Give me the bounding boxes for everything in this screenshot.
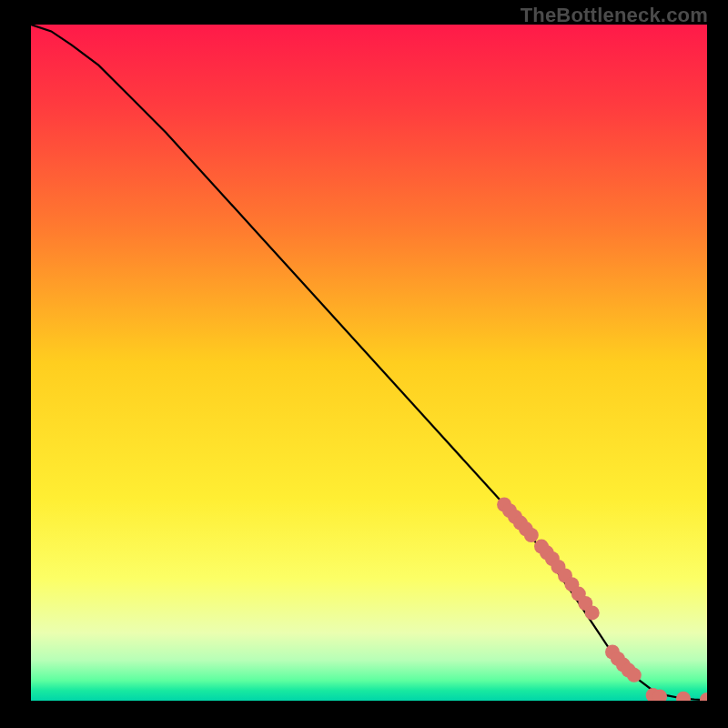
data-point — [585, 605, 600, 620]
chart-svg — [31, 25, 707, 701]
data-point — [524, 528, 539, 542]
plot-area — [31, 25, 707, 701]
chart-frame: TheBottleneck.com — [0, 0, 728, 728]
data-point — [627, 668, 642, 682]
gradient-background — [31, 25, 707, 701]
